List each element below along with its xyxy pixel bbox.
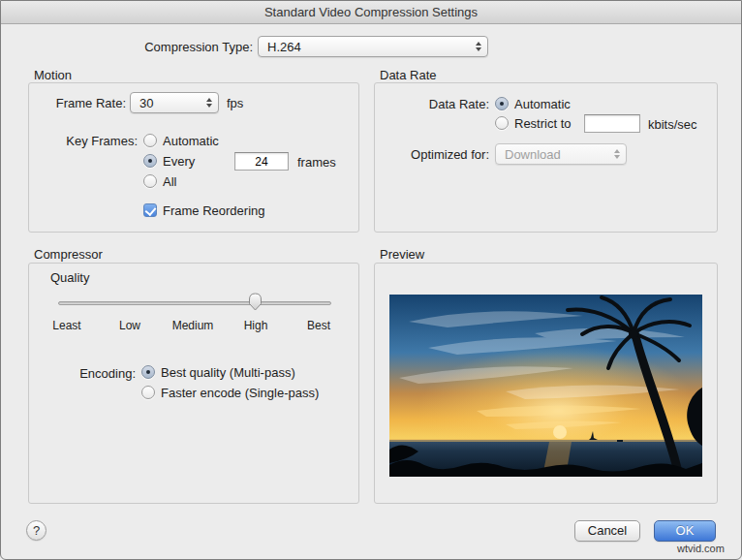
sunset-photo	[389, 295, 702, 477]
checkbox-checked-icon	[143, 203, 157, 217]
motion-group: Frame Rate: 30 fps Key Frames: Automatic…	[28, 82, 359, 233]
updown-arrows-icon	[614, 144, 620, 164]
radio-label: Faster encode (Single-pass)	[161, 386, 319, 400]
compression-type-value: H.264	[267, 40, 301, 54]
key-frames-label: Key Frames:	[29, 134, 138, 149]
cancel-button[interactable]: Cancel	[574, 520, 640, 542]
compression-settings-dialog: Standard Video Compression Settings Comp…	[0, 0, 742, 560]
ok-button[interactable]: OK	[654, 520, 716, 542]
quality-slider-track[interactable]	[58, 301, 331, 305]
compressor-group: Quality Least Low Medium High Best Encod…	[28, 263, 359, 504]
kbits-unit-label: kbits/sec	[648, 117, 697, 133]
compression-type-popup[interactable]: H.264	[258, 36, 488, 57]
radio-label: Every	[163, 154, 195, 169]
encoding-best-quality-radio[interactable]: Best quality (Multi-pass)	[141, 363, 295, 381]
radio-icon	[141, 386, 155, 399]
encoding-label: Encoding:	[29, 366, 136, 382]
radio-selected-icon	[141, 365, 155, 379]
data-rate-group: Data Rate: Automatic Restrict to kbits/s…	[374, 82, 718, 233]
radio-selected-icon	[495, 97, 509, 110]
radio-label: Restrict to	[514, 116, 572, 131]
quality-label: Quality	[50, 270, 89, 286]
watermark: wtvid.com	[677, 543, 725, 554]
radio-icon	[143, 134, 157, 147]
preview-image	[389, 295, 702, 477]
frame-rate-value: 30	[139, 96, 153, 110]
quality-slider-thumb[interactable]	[248, 293, 263, 311]
keyframes-all-radio[interactable]: All	[143, 172, 176, 190]
keyframes-every-radio[interactable]: Every	[143, 152, 195, 170]
keyframes-automatic-radio[interactable]: Automatic	[143, 132, 219, 149]
optimized-for-value: Download	[505, 147, 561, 162]
optimized-for-label: Optimized for:	[375, 147, 489, 163]
frame-rate-label: Frame Rate:	[29, 96, 126, 111]
radio-label: All	[163, 174, 176, 189]
data-rate-restrict-radio[interactable]: Restrict to	[495, 114, 572, 132]
window-title: Standard Video Compression Settings	[1, 1, 741, 24]
frame-rate-popup[interactable]: 30	[130, 92, 219, 113]
every-frames-input[interactable]	[234, 152, 289, 171]
radio-selected-icon	[143, 154, 157, 168]
quality-tick-least: Least	[52, 319, 80, 332]
radio-label: Best quality (Multi-pass)	[161, 365, 295, 380]
quality-tick-medium: Medium	[172, 319, 214, 332]
data-rate-label: Data Rate:	[375, 97, 489, 112]
radio-icon	[143, 174, 157, 188]
help-button[interactable]: ?	[26, 520, 46, 541]
optimized-for-popup: Download	[495, 143, 627, 165]
quality-tick-high: High	[244, 319, 268, 332]
motion-group-title: Motion	[34, 68, 72, 82]
updown-arrows-icon	[476, 37, 481, 56]
fps-unit-label: fps	[227, 96, 243, 111]
radio-label: Automatic	[514, 97, 571, 111]
data-rate-automatic-radio[interactable]: Automatic	[495, 95, 571, 112]
radio-icon	[495, 116, 509, 130]
frame-reordering-checkbox[interactable]: Frame Reordering	[143, 202, 265, 219]
preview-group-title: Preview	[380, 247, 424, 262]
data-rate-group-title: Data Rate	[380, 68, 437, 82]
compression-type-label: Compression Type:	[59, 40, 253, 55]
quality-tick-best: Best	[307, 319, 330, 332]
radio-label: Automatic	[163, 134, 219, 148]
slider-thumb-shape	[248, 293, 263, 311]
checkbox-label: Frame Reordering	[163, 203, 265, 218]
frames-unit-label: frames	[297, 155, 336, 171]
quality-tick-low: Low	[119, 319, 140, 332]
compressor-group-title: Compressor	[34, 247, 103, 262]
restrict-rate-input[interactable]	[584, 114, 640, 133]
preview-group	[374, 263, 718, 504]
updown-arrows-icon	[206, 93, 212, 112]
encoding-faster-encode-radio[interactable]: Faster encode (Single-pass)	[141, 384, 319, 401]
